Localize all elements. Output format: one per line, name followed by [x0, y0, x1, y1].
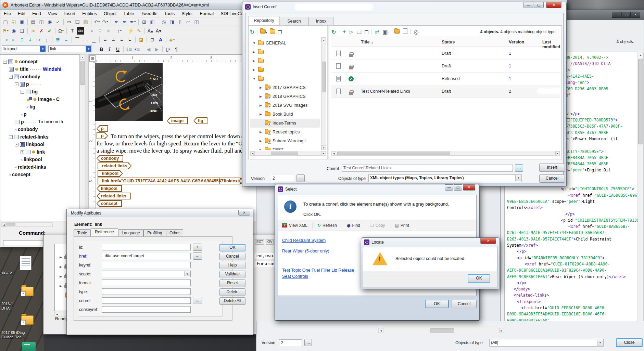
xml-line[interactable]: 1988-2014, v.4002-->: [561, 55, 608, 60]
quick-edit-icon[interactable]: ⚡: [127, 27, 135, 35]
move-folder-icon[interactable]: [270, 29, 275, 35]
delete-all-button[interactable]: Delete All: [219, 297, 245, 305]
table-shading-icon[interactable]: ◧: [149, 18, 156, 26]
spell-check-icon[interactable]: ✓: [54, 18, 62, 26]
xml-line[interactable]: C "-//OASIS//DTD DITA: [561, 61, 610, 66]
find-icon[interactable]: ◉: [46, 18, 53, 26]
print-preview-icon[interactable]: ◫: [38, 18, 45, 26]
align-center-icon[interactable]: ≡: [110, 36, 117, 43]
horizontal-scrollbar[interactable]: ◀ ▶: [378, 328, 504, 333]
import-folder-icon[interactable]: [394, 29, 400, 35]
result-link[interactable]: Rear Wiper (5-door only): [282, 249, 329, 254]
xml-line[interactable]: D-EBEB4B4A-7055-4B3E-: [561, 161, 610, 166]
minimize-icon[interactable]: –: [612, 12, 621, 18]
xml-line[interactable]: System</xref>: [507, 243, 538, 248]
xml-line[interactable]: OOFIFEQUIPPED-780DB573">: [561, 118, 618, 122]
scrollbar-thumb[interactable]: [430, 328, 454, 333]
single-pane-icon[interactable]: ▭: [185, 18, 192, 26]
help-button[interactable]: Help: [219, 262, 245, 269]
italic-icon[interactable]: I: [106, 46, 113, 53]
copy-icon[interactable]: ❏: [357, 29, 362, 35]
refresh-button[interactable]: ↻Refresh: [317, 223, 337, 228]
tab-table[interactable]: Table: [74, 229, 91, 236]
menu-view[interactable]: View: [45, 10, 61, 17]
maximize-icon[interactable]: ▢: [621, 12, 631, 18]
field-id[interactable]: [102, 244, 191, 250]
expand-icon[interactable]: ▶: [260, 113, 263, 116]
abc-icon[interactable]: abc: [77, 27, 84, 35]
tree-item-fig[interactable]: −fig: [21, 88, 38, 95]
tab-profiling[interactable]: Profiling: [143, 229, 166, 236]
collapse-icon[interactable]: −: [9, 135, 13, 139]
objects-of-type-dropdown[interactable]: (All) ▼: [489, 339, 604, 347]
tree-item-concept[interactable]: ◂concept: [9, 171, 30, 178]
folder-item-redacted[interactable]: ▶: [250, 65, 320, 74]
reset-button[interactable]: Reset: [219, 280, 245, 287]
tab-inbox[interactable]: Inbox: [308, 17, 334, 26]
table-grid-icon[interactable]: ⊡: [149, 36, 156, 43]
chevron-down-icon[interactable]: ▾: [173, 38, 175, 41]
menu-insert[interactable]: Insert: [61, 10, 79, 17]
paste-icon[interactable]: ▨: [82, 18, 89, 26]
xml-line[interactable]: ope="peer">Engine Oil: [561, 168, 610, 172]
scrollbar-thumb[interactable]: [337, 152, 450, 155]
sync-doc-icon[interactable]: ⇄: [375, 29, 379, 35]
split-pane-icon[interactable]: ▯: [176, 18, 184, 26]
tab-reference[interactable]: Reference: [91, 228, 118, 236]
menu-format[interactable]: Format: [196, 10, 217, 17]
xml-line[interactable]: <related-links>: [514, 293, 549, 298]
rule-bottom-icon[interactable]: ▁: [90, 36, 98, 43]
field-format[interactable]: [102, 280, 191, 286]
tree-item-related-links[interactable]: ◂related-links: [15, 163, 46, 171]
expand-icon[interactable]: ▶: [260, 139, 263, 143]
tree-item-fig[interactable]: ◂fig: [26, 103, 35, 110]
indent-icon[interactable]: ⇥: [2, 36, 9, 43]
expand-icon[interactable]: ▶: [253, 50, 256, 54]
element-context-combo[interactable]: linkpool ▼: [2, 46, 46, 52]
print-icon[interactable]: ▤: [29, 18, 37, 26]
scroll-left-icon[interactable]: ◀: [250, 151, 255, 155]
minimize-icon[interactable]: —: [445, 184, 453, 191]
cancel-button[interactable]: Cancel: [539, 174, 565, 183]
tab-other[interactable]: Other: [166, 229, 183, 236]
xml-line[interactable]: <xref href="GUID-8AB656B7-: [568, 224, 630, 229]
pilcrow-icon[interactable]: ¶: [173, 46, 180, 53]
xml-line[interactable]: AEF0-9C8F86C1E0A1#GUID-81F829C4-A0D8-4A9…: [507, 268, 607, 273]
print-button[interactable]: ▤Print: [395, 223, 409, 228]
scroll-up-icon[interactable]: ▲: [638, 52, 643, 57]
chevron-down-icon[interactable]: ▼: [184, 271, 190, 276]
find-button[interactable]: ◉Find: [347, 223, 360, 228]
menu-edit[interactable]: Edit: [14, 10, 29, 17]
xml-line[interactable]: D-5738E5C3-D85F-47A7-908F-: [561, 124, 622, 129]
xml-button[interactable]: XView XML: [282, 223, 307, 228]
expand-icon[interactable]: ▶: [60, 284, 62, 288]
bullet-list-icon[interactable]: •≣: [134, 46, 141, 53]
folder-tree-hscrollbar[interactable]: ◀ ▶: [250, 151, 326, 156]
xml-line[interactable]: 99EE-EB183E05061A" scope="peer">Light: [507, 199, 595, 204]
new-document-icon[interactable]: ▢: [2, 18, 9, 26]
chevron-down-icon[interactable]: ▼: [597, 340, 603, 346]
rule-top-icon[interactable]: ▔: [74, 36, 81, 43]
desktop-app-icon[interactable]: [22, 342, 36, 351]
open-document-icon[interactable]: ◱: [10, 18, 17, 26]
tab-repository[interactable]: Repository: [248, 16, 280, 26]
close-icon[interactable]: ✕: [546, 2, 561, 8]
menu-find[interactable]: Find: [29, 10, 44, 17]
clipboard-icon[interactable]: ▣: [383, 29, 388, 35]
result-link[interactable]: Seat Controls: [282, 274, 308, 279]
collapse-icon[interactable]: ▼: [253, 41, 256, 45]
xml-line[interactable]: D263-4013-9A16-957E4EC744EF">Child Restr…: [507, 237, 611, 242]
folder-item-2019 SVG Images[interactable]: ▶2019 SVG Images: [250, 101, 320, 110]
folder-item-Subaru Warning L[interactable]: ▶Subaru Warning L: [250, 136, 320, 145]
expand-icon[interactable]: ▶: [260, 130, 263, 134]
paragraph-line[interactable]: for low, or three levels for high speed.…: [97, 140, 251, 147]
chevron-down-icon[interactable]: ▾: [98, 20, 100, 23]
tab-search[interactable]: Search: [280, 17, 308, 26]
xml-line[interactable]: <linkpool>: [517, 299, 541, 304]
folder-item-2018 GRAPHICS[interactable]: ▶2018 GRAPHICS: [250, 92, 320, 101]
chevron-down-icon[interactable]: ▾: [62, 29, 64, 32]
menu-file[interactable]: File: [0, 10, 14, 17]
bold-icon[interactable]: B: [98, 46, 105, 53]
validate-document-icon[interactable]: ✔: [46, 27, 53, 35]
close-icon[interactable]: ✕: [480, 238, 496, 244]
